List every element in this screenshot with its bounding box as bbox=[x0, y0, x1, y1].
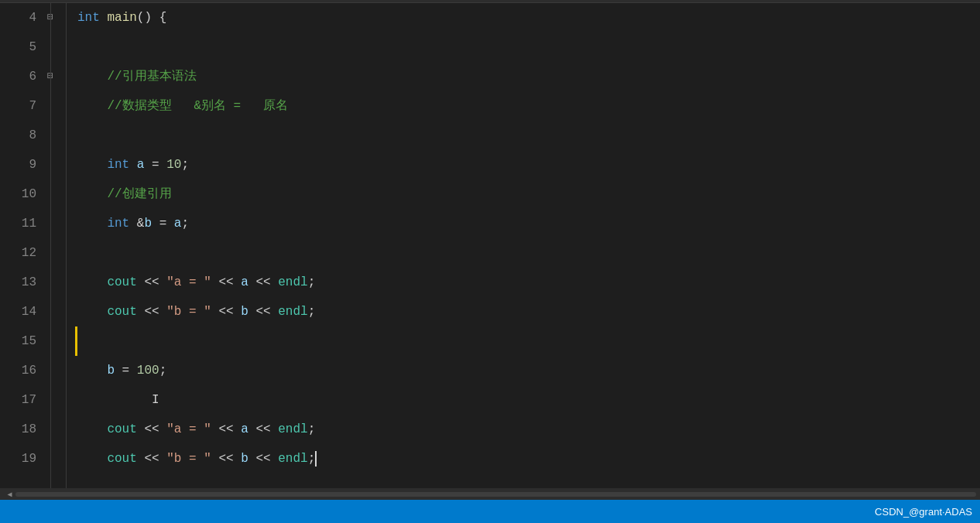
line-number: 11 bbox=[0, 209, 36, 238]
line-number: 19 bbox=[0, 444, 36, 473]
token-cn: endl bbox=[278, 268, 307, 297]
scroll-left-arrow[interactable]: ◀ bbox=[4, 488, 15, 500]
token-plain: () { bbox=[137, 3, 166, 32]
code-line[interactable] bbox=[77, 32, 980, 62]
token-cn: endl bbox=[278, 297, 307, 326]
horizontal-scrollbar[interactable] bbox=[15, 492, 976, 497]
token-cm: //数据类型 &别名 = 原名 bbox=[107, 91, 288, 121]
line-number: 8 bbox=[0, 121, 36, 150]
line-numbers: 45678910111213141516171819 bbox=[0, 3, 43, 488]
text-cursor bbox=[315, 451, 317, 467]
yellow-bar bbox=[75, 326, 77, 356]
gutter-col: ⊟⊟ bbox=[43, 3, 58, 488]
token-cm: //引用基本语法 bbox=[107, 62, 196, 91]
line-number: 15 bbox=[0, 326, 36, 356]
token-plain: << bbox=[137, 444, 166, 473]
token-str: "a = " bbox=[166, 268, 211, 297]
token-plain: ; bbox=[181, 209, 189, 238]
code-line[interactable]: I bbox=[77, 385, 980, 415]
line-number: 10 bbox=[0, 179, 36, 209]
token-fn: main bbox=[107, 3, 136, 32]
line-number: 14 bbox=[0, 297, 36, 326]
token-var: b bbox=[107, 356, 115, 385]
token-cn: cout bbox=[107, 444, 136, 473]
code-line[interactable]: b = 100; bbox=[77, 356, 980, 385]
token-kw: int bbox=[107, 209, 129, 238]
token-var: b bbox=[144, 209, 152, 238]
token-plain: << bbox=[248, 444, 278, 473]
token-cn: cout bbox=[107, 297, 136, 326]
vertical-line bbox=[50, 3, 51, 488]
line-number: 9 bbox=[0, 150, 36, 179]
token-plain: << bbox=[137, 268, 166, 297]
code-line[interactable] bbox=[77, 121, 980, 150]
token-plain: << bbox=[211, 415, 241, 444]
token-cursor_text: I bbox=[107, 385, 159, 415]
token-plain: ; bbox=[181, 150, 189, 179]
code-line[interactable]: cout << "a = " << a << endl; bbox=[77, 268, 980, 297]
token-plain: << bbox=[211, 297, 241, 326]
code-line[interactable]: int a = 10; bbox=[77, 150, 980, 179]
scrollbar-area: ◀ bbox=[0, 488, 980, 500]
token-var: b bbox=[241, 444, 248, 473]
line-number: 18 bbox=[0, 415, 36, 444]
token-var: a bbox=[241, 415, 248, 444]
token-cn: endl bbox=[278, 415, 307, 444]
token-plain: & bbox=[129, 209, 144, 238]
token-plain: ; bbox=[159, 356, 167, 385]
token-plain: = bbox=[152, 209, 174, 238]
code-area: 45678910111213141516171819 ⊟⊟ int main()… bbox=[0, 3, 980, 488]
token-var: a bbox=[137, 150, 145, 179]
code-line[interactable]: //引用基本语法 bbox=[77, 62, 980, 91]
line-number: 12 bbox=[0, 238, 36, 268]
token-cm: //创建引用 bbox=[107, 179, 171, 209]
line-number: 13 bbox=[0, 268, 36, 297]
token-str: "b = " bbox=[166, 444, 211, 473]
code-line[interactable]: //创建引用 bbox=[77, 179, 980, 209]
line-number: 17 bbox=[0, 385, 36, 415]
code-line[interactable] bbox=[77, 238, 980, 268]
editor-container: 45678910111213141516171819 ⊟⊟ int main()… bbox=[0, 0, 980, 523]
token-plain: = bbox=[115, 356, 137, 385]
code-line[interactable]: //数据类型 &别名 = 原名 bbox=[77, 91, 980, 121]
token-cn: cout bbox=[107, 268, 136, 297]
token-cn: cout bbox=[107, 415, 136, 444]
code-line[interactable]: cout << "b = " << b << endl; bbox=[77, 444, 980, 473]
token-plain: ; bbox=[308, 415, 316, 444]
token-str: "a = " bbox=[166, 415, 211, 444]
line-number: 5 bbox=[0, 32, 36, 62]
token-plain: << bbox=[137, 297, 166, 326]
token-var: a bbox=[174, 209, 182, 238]
token-str: "b = " bbox=[166, 297, 211, 326]
token-plain bbox=[100, 3, 108, 32]
token-plain: << bbox=[211, 268, 241, 297]
code-line[interactable] bbox=[77, 326, 980, 356]
token-kw: int bbox=[77, 3, 100, 32]
code-content[interactable]: int main() { //引用基本语法 //数据类型 &别名 = 原名 in… bbox=[74, 3, 980, 488]
line-number: 4 bbox=[0, 3, 36, 32]
code-line[interactable]: cout << "a = " << a << endl; bbox=[77, 415, 980, 444]
code-line[interactable]: cout << "b = " << b << endl; bbox=[77, 297, 980, 326]
code-line[interactable]: int main() { bbox=[77, 3, 980, 32]
token-plain: ; bbox=[308, 268, 316, 297]
token-plain: ; bbox=[308, 297, 316, 326]
line-number: 7 bbox=[0, 91, 36, 121]
token-plain: << bbox=[137, 415, 166, 444]
token-plain: ; bbox=[308, 444, 316, 473]
token-plain: << bbox=[248, 297, 278, 326]
line-number: 6 bbox=[0, 62, 36, 91]
token-var: a bbox=[241, 268, 248, 297]
vertical-line2 bbox=[66, 3, 67, 488]
token-var: b bbox=[241, 297, 248, 326]
token-cn: endl bbox=[278, 444, 307, 473]
status-bar: CSDN_@grant·ADAS bbox=[0, 500, 980, 523]
token-plain: = bbox=[144, 150, 166, 179]
token-plain: << bbox=[211, 444, 241, 473]
token-num: 100 bbox=[137, 356, 159, 385]
token-plain: << bbox=[248, 415, 278, 444]
status-text: CSDN_@grant·ADAS bbox=[875, 506, 972, 518]
gutter-col2 bbox=[58, 3, 74, 488]
token-num: 10 bbox=[166, 150, 181, 179]
token-plain bbox=[129, 150, 137, 179]
code-line[interactable]: int &b = a; bbox=[77, 209, 980, 238]
